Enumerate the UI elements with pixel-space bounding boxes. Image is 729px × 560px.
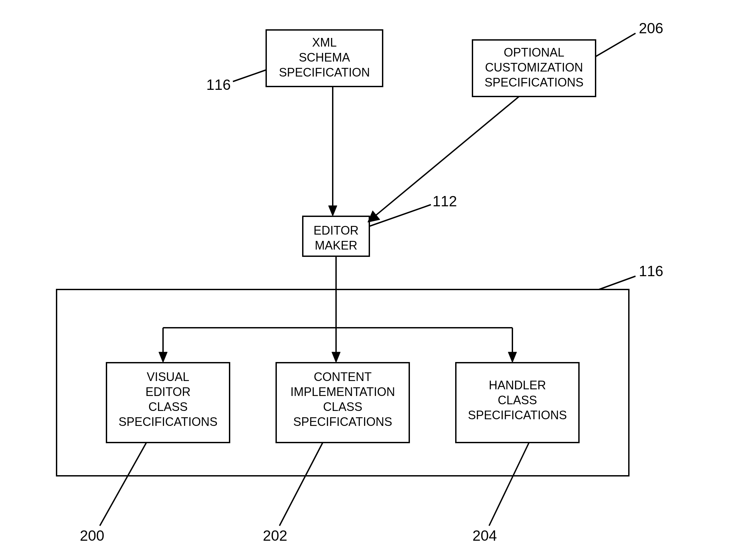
svg-text:200: 200	[80, 527, 104, 544]
label-116-container: 116	[599, 263, 663, 289]
svg-text:202: 202	[263, 527, 287, 544]
diagram-canvas: XML SCHEMA SPECIFICATION OPTIONAL CUSTOM…	[0, 0, 729, 560]
svg-line-19	[233, 70, 266, 82]
visual-line2: EDITOR	[145, 385, 190, 399]
optional-line1: OPTIONAL	[504, 46, 564, 59]
svg-line-25	[599, 276, 636, 289]
xml-line3: SPECIFICATION	[279, 66, 370, 79]
optional-customization-box: OPTIONAL CUSTOMIZATION SPECIFICATIONS	[472, 40, 596, 96]
label-206: 206	[596, 20, 663, 57]
label-200: 200	[80, 443, 146, 544]
svg-marker-17	[508, 352, 517, 363]
label-202: 202	[263, 443, 323, 544]
svg-text:116: 116	[206, 77, 231, 93]
optional-line2: CUSTOMIZATION	[485, 61, 583, 74]
visual-line4: SPECIFICATIONS	[118, 415, 217, 429]
handler-class-box: HANDLER CLASS SPECIFICATIONS	[456, 363, 579, 443]
xml-line1: XML	[312, 36, 337, 49]
svg-marker-7	[328, 206, 337, 216]
xml-line2: SCHEMA	[299, 51, 350, 64]
svg-line-31	[489, 443, 529, 526]
content-impl-box: CONTENT IMPLEMENTATION CLASS SPECIFICATI…	[276, 363, 409, 443]
editor-maker-box: EDITOR MAKER	[303, 216, 369, 256]
svg-marker-15	[332, 352, 340, 363]
label-204: 204	[472, 443, 529, 544]
svg-text:206: 206	[639, 20, 663, 36]
arrow-editor-to-outputs	[159, 256, 517, 363]
svg-text:112: 112	[433, 193, 457, 209]
visual-line3: CLASS	[148, 400, 188, 414]
content-line1: CONTENT	[314, 370, 372, 384]
visual-line1: VISUAL	[147, 370, 189, 384]
optional-line3: SPECIFICATIONS	[484, 76, 583, 89]
content-line4: SPECIFICATIONS	[293, 415, 392, 429]
svg-marker-13	[159, 352, 167, 363]
content-line3: CLASS	[323, 400, 362, 414]
arrow-xml-to-editor	[328, 87, 337, 216]
svg-line-23	[369, 205, 431, 226]
handler-line1: HANDLER	[489, 378, 546, 392]
label-116-top: 116	[206, 70, 266, 93]
handler-line3: SPECIFICATIONS	[468, 408, 567, 422]
svg-text:116: 116	[639, 263, 663, 279]
editor-line2: MAKER	[315, 239, 357, 252]
editor-line1: EDITOR	[313, 224, 358, 237]
visual-editor-box: VISUAL EDITOR CLASS SPECIFICATIONS	[106, 363, 230, 443]
content-line2: IMPLEMENTATION	[290, 385, 395, 399]
xml-schema-box: XML SCHEMA SPECIFICATION	[266, 30, 383, 87]
svg-line-27	[100, 443, 146, 526]
handler-line2: CLASS	[498, 393, 537, 407]
svg-line-29	[279, 443, 323, 526]
svg-text:204: 204	[472, 527, 497, 544]
svg-line-21	[596, 33, 636, 57]
